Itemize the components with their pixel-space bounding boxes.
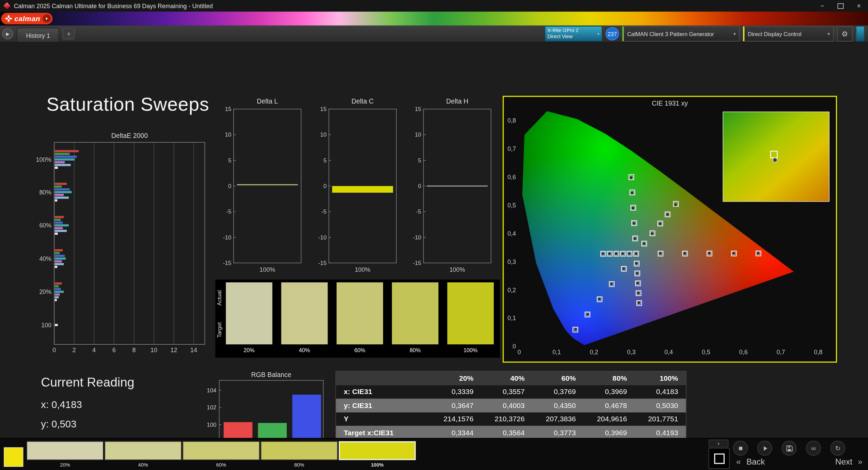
saturation-patch-20%: [226, 282, 272, 344]
saturation-patch-40%: [281, 282, 328, 344]
chart-title: Delta H: [446, 97, 468, 105]
measured-point-magenta: [636, 281, 640, 285]
workflow-nav: « Back Next »: [733, 457, 866, 466]
x-tick-label: 8: [132, 347, 136, 354]
saturation-patch-60%: [336, 282, 383, 344]
measured-point-white: [634, 252, 638, 255]
column-header-cell: 80%: [584, 374, 635, 382]
delta-line: [237, 184, 298, 185]
back-fast-button[interactable]: «: [733, 457, 744, 466]
save-button[interactable]: [782, 441, 796, 456]
row-label-cell: Target x:CIE31: [336, 428, 430, 437]
deltae-bar: [55, 324, 58, 326]
refresh-button[interactable]: ↻: [830, 441, 845, 456]
add-tab-button[interactable]: +: [63, 28, 75, 40]
y-tick-label: 5: [323, 157, 327, 164]
deltae-bar: [55, 266, 57, 268]
pattern-patch-20%[interactable]: [27, 441, 104, 460]
reading-y: y: 0,503: [41, 415, 134, 434]
delta-h-svg: Delta H151050-5-10-15100%: [410, 96, 494, 274]
pattern-window-button[interactable]: [709, 448, 730, 469]
side-panel-handle[interactable]: [856, 26, 865, 42]
display-control-dropdown[interactable]: Direct Display Control ▾: [743, 26, 834, 42]
y-tick-label: -5: [416, 208, 421, 215]
measured-point-magenta: [635, 262, 638, 265]
next-fast-button[interactable]: »: [854, 457, 866, 466]
calman-menu-button[interactable]: calman ▾: [1, 13, 52, 24]
page-title: Saturation Sweeps: [47, 94, 209, 115]
deltae-bar: [55, 150, 79, 153]
measured-point-yellow: [666, 213, 669, 216]
maximize-button[interactable]: [832, 0, 850, 12]
y-tick-label: 0,2: [507, 287, 516, 294]
minimize-button[interactable]: −: [813, 0, 832, 12]
measured-point-red: [756, 251, 760, 255]
deltae-bar: [55, 167, 58, 169]
delta-h-chart[interactable]: Delta H151050-5-10-15100%: [410, 96, 494, 274]
y-tick-label: 0: [512, 343, 516, 350]
value-cell: 0,3339: [430, 388, 481, 396]
deltae-bar: [55, 186, 62, 188]
deltae-bar: [55, 299, 57, 301]
x-tick-label: 0: [52, 347, 56, 354]
display-control-label: Direct Display Control: [748, 31, 801, 37]
value-cell: 204,9616: [584, 415, 635, 423]
pattern-patch-80%[interactable]: [261, 441, 338, 460]
category-label: 80%: [39, 189, 51, 196]
measure-controls: ▲ ∞ ↻ «: [706, 439, 868, 470]
deltae-bar: [55, 156, 77, 158]
delta-c-chart[interactable]: Delta C151050-5-10-15100%: [316, 96, 400, 274]
settings-button[interactable]: ⚙: [837, 26, 853, 42]
y-tick-label: -10: [413, 234, 421, 241]
y-tick-label: 15: [225, 106, 232, 112]
saturation-patch-80%: [392, 282, 439, 344]
pattern-generator-dropdown[interactable]: CalMAN Client 3 Pattern Generator ▾: [622, 26, 740, 42]
y-tick-label: 0,7: [507, 145, 516, 152]
stop-button[interactable]: [733, 441, 748, 456]
play-button[interactable]: [757, 441, 772, 456]
meter-name: X-Rite i1Pro 2: [548, 28, 597, 34]
history-nav-button[interactable]: ▶: [2, 28, 14, 40]
cie-chart[interactable]: CIE 1931 xy00,10,20,30,40,50,60,70,800,1…: [503, 96, 837, 363]
table-row: Y214,1576210,3726207,3836204,9616201,775…: [336, 412, 686, 426]
delta-line: [427, 186, 488, 187]
column-header-cell: 60%: [533, 374, 584, 382]
measured-point-magenta: [636, 291, 640, 295]
pattern-patch-100%[interactable]: [339, 441, 416, 460]
deltae2000-chart[interactable]: DeltaE 200002468101214100%80%60%40%20%10…: [35, 130, 212, 363]
next-button[interactable]: Next: [833, 457, 854, 466]
pattern-patch-40%[interactable]: [105, 441, 182, 460]
y-tick-label: 104: [207, 387, 216, 394]
loop-button[interactable]: ∞: [806, 441, 821, 456]
measured-point-magenta: [635, 271, 639, 275]
back-button[interactable]: Back: [744, 457, 767, 466]
measured-point-blue: [574, 328, 577, 331]
pattern-generator-label: CalMAN Client 3 Pattern Generator: [627, 31, 714, 37]
pattern-patch-60%[interactable]: [183, 441, 259, 460]
measured-point-blue: [586, 313, 589, 316]
y-tick-label: -15: [223, 260, 232, 266]
deltae-bar: [55, 164, 71, 166]
table-row: x: CIE310,33390,35570,37690,39690,4183: [336, 385, 686, 399]
y-tick-label: 0,3: [507, 258, 516, 265]
meter-dropdown[interactable]: X-Rite i1Pro 2 Direct View ▾: [545, 26, 602, 42]
minimize-icon: −: [820, 2, 824, 10]
chevron-down-icon: ▾: [827, 31, 830, 36]
measured-point-yellow: [658, 222, 662, 225]
app-icon: [3, 2, 11, 10]
column-header-cell: 20%: [430, 374, 481, 382]
x-tick-label: 12: [171, 347, 177, 354]
delta-l-chart[interactable]: Delta L151050-5-10-15100%: [220, 96, 304, 274]
table-header-row: 20%40%60%80%100%: [336, 372, 686, 385]
saturation-patch-label: 20%: [226, 347, 272, 353]
close-button[interactable]: ×: [850, 0, 868, 12]
refresh-icon: ↻: [835, 444, 840, 452]
y-tick-label: 0,4: [507, 230, 516, 237]
chart-title: Delta L: [257, 97, 278, 105]
deltae-bar: [55, 216, 64, 218]
x-tick-label: 0,3: [627, 349, 636, 356]
close-icon: ×: [857, 2, 861, 10]
x-axis-label: 100%: [449, 266, 465, 273]
collapse-panel-button[interactable]: ▲: [709, 440, 729, 448]
tab-history-1[interactable]: History 1: [17, 28, 60, 42]
